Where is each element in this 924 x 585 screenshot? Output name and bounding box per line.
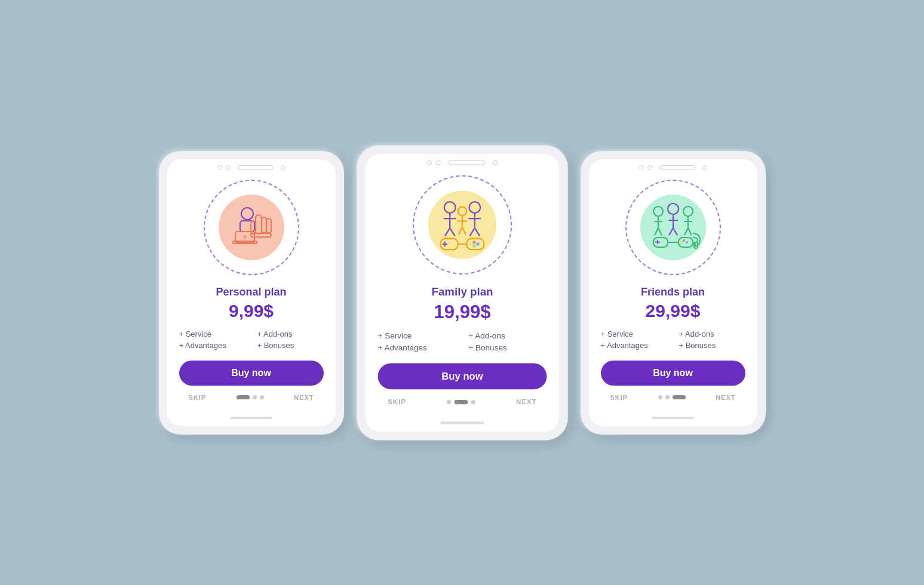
- personal-plan-name: Personal plan: [216, 286, 286, 298]
- personal-buy-button[interactable]: Buy now: [179, 361, 324, 386]
- family-plan-price: 19,99$: [434, 301, 490, 322]
- family-next[interactable]: NEXT: [516, 398, 537, 405]
- personal-icon-bg: [219, 195, 284, 260]
- friends-feature-1: + Service: [601, 330, 667, 338]
- friends-buy-button[interactable]: Buy now: [601, 361, 745, 386]
- personal-features: + Service + Add-ons + Advantages + Bonus…: [179, 330, 324, 350]
- svg-line-13: [444, 227, 449, 236]
- svg-rect-1: [240, 221, 254, 232]
- svg-line-43: [673, 228, 677, 235]
- dot-f1: [447, 399, 451, 404]
- svg-line-42: [669, 228, 673, 235]
- family-dots: [447, 399, 475, 404]
- svg-point-31: [476, 242, 479, 245]
- personal-skip[interactable]: SKIP: [189, 394, 207, 401]
- family-feature-4: + Bonuses: [468, 343, 547, 352]
- dot-r1: [658, 395, 662, 399]
- svg-point-32: [468, 242, 471, 245]
- phone-circle-f2: [435, 160, 440, 165]
- family-feature-1: + Service: [377, 331, 456, 340]
- svg-line-24: [474, 227, 479, 236]
- svg-line-14: [450, 227, 455, 236]
- friends-skip[interactable]: SKIP: [610, 394, 628, 401]
- family-bottom-nav: SKIP NEXT: [377, 398, 547, 405]
- personal-feature-2: + Add-ons: [257, 330, 324, 338]
- phone-circle-f1: [426, 160, 431, 165]
- svg-point-55: [686, 241, 688, 244]
- phone-content-personal: Personal plan 9,99$ + Service + Add-ons …: [167, 174, 336, 411]
- friends-feature-2: + Add-ons: [679, 330, 745, 338]
- friends-feature-3: + Advantages: [601, 341, 667, 350]
- svg-rect-7: [266, 218, 271, 233]
- personal-home-bar: [231, 417, 272, 419]
- family-skip[interactable]: SKIP: [388, 398, 406, 405]
- family-feature-2: + Add-ons: [468, 331, 547, 340]
- dot-r3: [673, 395, 686, 399]
- dot-f3: [471, 399, 475, 404]
- svg-point-34: [653, 207, 663, 216]
- phone-top-bar-family: [365, 154, 558, 169]
- friends-icon-bg: [640, 195, 706, 260]
- svg-point-4: [243, 235, 247, 239]
- family-feature-3: + Advantages: [377, 343, 456, 352]
- phone-inner-personal: Personal plan 9,99$ + Service + Add-ons …: [167, 159, 336, 426]
- friends-icon-svg: [646, 201, 700, 254]
- friends-next[interactable]: NEXT: [716, 394, 735, 401]
- phone-inner-friends: Friends plan 29,99$ + Service + Add-ons …: [589, 159, 757, 426]
- svg-line-48: [688, 228, 692, 235]
- svg-point-0: [241, 208, 253, 220]
- dot-r2: [665, 395, 670, 399]
- phone-circle-2: [226, 165, 231, 170]
- svg-point-44: [683, 207, 693, 216]
- svg-point-15: [458, 207, 466, 215]
- friends-feature-4: + Bonuses: [679, 341, 745, 350]
- phone-family: Family plan 19,99$ + Service + Add-ons +…: [357, 145, 568, 440]
- family-icon-svg: [431, 193, 493, 255]
- family-buy-button[interactable]: Buy now: [377, 363, 547, 389]
- phone-friends: Friends plan 29,99$ + Service + Add-ons …: [581, 151, 766, 435]
- personal-feature-4: + Bonuses: [257, 341, 324, 350]
- phone-speaker-friends: [659, 165, 695, 170]
- personal-bottom-nav: SKIP NEXT: [179, 394, 324, 401]
- friends-plan-price: 29,99$: [646, 301, 701, 321]
- svg-point-56: [680, 241, 682, 244]
- phone-personal: Personal plan 9,99$ + Service + Add-ons …: [159, 151, 344, 435]
- dot-3: [260, 395, 264, 399]
- friends-home-bar: [652, 417, 694, 419]
- phone-content-friends: Friends plan 29,99$ + Service + Add-ons …: [589, 174, 757, 411]
- phone-circle-f3: [492, 160, 497, 165]
- phone-speaker-family: [448, 160, 485, 165]
- phone-circle-3: [281, 165, 286, 170]
- svg-line-37: [655, 228, 658, 235]
- personal-next[interactable]: NEXT: [294, 394, 314, 401]
- phone-circle-1: [217, 165, 222, 170]
- friends-features: + Service + Add-ons + Advantages + Bonus…: [601, 330, 745, 350]
- phone-speaker: [238, 165, 274, 170]
- phone-top-bar: [167, 159, 336, 174]
- phone-top-bar-friends: [589, 159, 757, 174]
- personal-feature-3: + Advantages: [179, 341, 245, 350]
- svg-point-39: [668, 204, 679, 214]
- dot-f2: [454, 399, 468, 404]
- phones-container: Personal plan 9,99$ + Service + Add-ons …: [159, 151, 766, 435]
- svg-line-23: [469, 227, 474, 236]
- family-plan-name: Family plan: [431, 285, 493, 298]
- svg-point-33: [472, 244, 475, 247]
- personal-feature-1: + Service: [179, 330, 245, 338]
- friends-bottom-nav: SKIP NEXT: [601, 394, 745, 401]
- dot-2: [253, 395, 257, 399]
- svg-line-38: [658, 228, 662, 235]
- svg-line-18: [458, 227, 462, 234]
- friends-plan-name: Friends plan: [641, 286, 705, 298]
- personal-plan-price: 9,99$: [229, 301, 274, 321]
- friends-dots: [658, 395, 686, 399]
- family-icon-circle: [412, 175, 511, 274]
- svg-point-54: [683, 239, 685, 242]
- phone-circle-r3: [702, 165, 707, 170]
- phone-inner-family: Family plan 19,99$ + Service + Add-ons +…: [365, 154, 558, 432]
- friends-icon-circle: [625, 180, 721, 275]
- personal-icon-circle: [204, 180, 299, 275]
- svg-point-30: [472, 241, 475, 244]
- phone-content-family: Family plan 19,99$ + Service + Add-ons +…: [365, 169, 558, 415]
- phone-circle-r2: [647, 165, 652, 170]
